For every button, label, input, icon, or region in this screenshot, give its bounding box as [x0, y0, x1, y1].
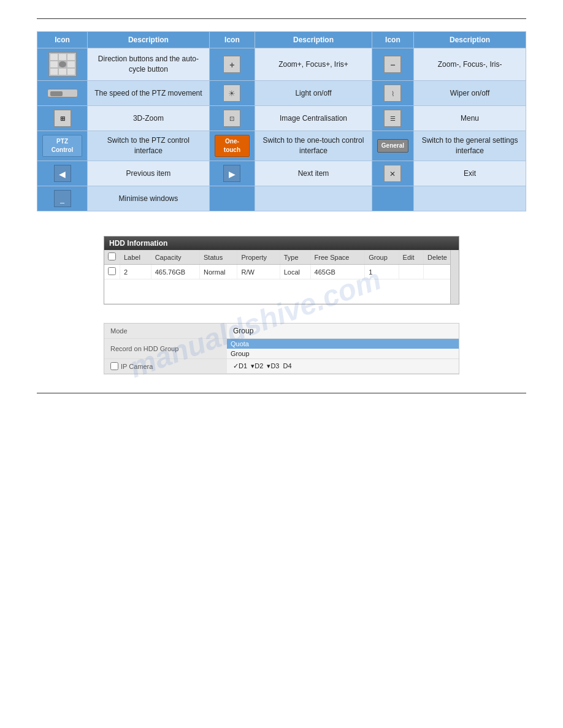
- icon-zoom-plus: +: [209, 48, 255, 81]
- icon-empty-1: [209, 186, 255, 211]
- camera-d4: D4: [283, 362, 292, 370]
- settings-camera-row: IP Camera ✓D1 ▾D2 ▾D3 D4: [104, 359, 459, 374]
- icon-wiper: ⌇: [372, 81, 413, 106]
- hdd-row-freespace: 465GB: [310, 265, 365, 279]
- icon-next[interactable]: ▶: [209, 161, 255, 186]
- col-header-desc3: Description: [414, 32, 526, 48]
- hdd-col-type: Type: [280, 250, 310, 265]
- desc-zoom-plus: Zoom+, Focus+, Iris+: [255, 48, 372, 81]
- desc-prev: Previous item: [88, 161, 210, 186]
- hdd-col-property: Property: [237, 250, 280, 265]
- bottom-rule: [37, 393, 526, 393]
- hdd-empty-row: [104, 279, 459, 304]
- hdd-col-freespace: Free Space: [310, 250, 365, 265]
- icon-menu: ☰: [372, 106, 413, 131]
- ptz-icon-table: Icon Description Icon Description Icon D…: [37, 31, 526, 211]
- hdd-row-status: Normal: [200, 265, 237, 279]
- icon-onetouch[interactable]: One-touch: [209, 131, 255, 161]
- hdd-title-bar: HDD Information: [104, 237, 459, 250]
- hdd-row: 2 465.76GB Normal R/W Local 465GB 1: [104, 265, 459, 279]
- desc-onetouch: Switch to the one-touch control interfac…: [255, 131, 372, 161]
- col-header-desc1: Description: [88, 32, 210, 48]
- hdd-col-checkbox: [104, 250, 120, 265]
- icon-zoom-minus: −: [372, 48, 413, 81]
- ip-camera-label: IP Camera: [121, 363, 153, 370]
- settings-mode-label: Mode: [104, 324, 227, 339]
- icon-3dzoom: ⊞: [37, 106, 88, 131]
- col-header-icon2: Icon: [209, 32, 255, 48]
- desc-zoom-minus: Zoom-, Focus-, Iris-: [414, 48, 526, 81]
- desc-empty-1: [255, 186, 372, 211]
- hdd-information-panel: HDD Information Label Capacity Status Pr…: [104, 236, 459, 305]
- settings-mode-value: Group: [227, 324, 459, 339]
- icon-empty-2: [372, 186, 413, 211]
- icon-ptz-control[interactable]: PTZ Control: [37, 131, 88, 161]
- icon-image-central: ⊡: [209, 106, 255, 131]
- desc-ptz-control: Switch to the PTZ control interface: [88, 131, 210, 161]
- desc-general: Switch to the general settings interface: [414, 131, 526, 161]
- icon-exit[interactable]: ✕: [372, 161, 413, 186]
- dropdown-option-quota[interactable]: Quota: [227, 339, 459, 349]
- hdd-row-property: R/W: [237, 265, 280, 279]
- settings-hdd-group-dropdown[interactable]: Quota Group: [227, 339, 459, 359]
- icon-minimise[interactable]: _: [37, 186, 88, 211]
- icon-general[interactable]: General: [372, 131, 413, 161]
- hdd-col-capacity: Capacity: [151, 250, 199, 265]
- hdd-row-label: 2: [120, 265, 151, 279]
- camera-d3: ▾D3: [267, 362, 279, 370]
- hdd-row-type: Local: [280, 265, 310, 279]
- desc-direction: Direction buttons and the auto-cycle but…: [88, 48, 210, 81]
- hdd-row-group: 1: [365, 265, 399, 279]
- desc-exit: Exit: [414, 161, 526, 186]
- icon-direction-grid: [37, 48, 88, 81]
- desc-3dzoom: 3D-Zoom: [88, 106, 210, 131]
- hdd-col-status: Status: [200, 250, 237, 265]
- dropdown-option-group[interactable]: Group: [227, 349, 459, 358]
- icon-prev[interactable]: ◀: [37, 161, 88, 186]
- camera-d1: ✓D1: [233, 362, 247, 370]
- settings-table: Mode Group Record on HDD Group Quota Gro…: [104, 324, 459, 374]
- col-header-icon1: Icon: [37, 32, 88, 48]
- desc-speed: The speed of the PTZ movement: [88, 81, 210, 106]
- settings-camera-label: IP Camera: [104, 359, 227, 374]
- desc-empty-2: [414, 186, 526, 211]
- hdd-col-label: Label: [120, 250, 151, 265]
- hdd-row-edit[interactable]: [399, 265, 424, 279]
- top-rule: [37, 18, 526, 19]
- hdd-row-capacity: 465.76GB: [151, 265, 199, 279]
- settings-hdd-group-row: Record on HDD Group Quota Group: [104, 339, 459, 359]
- settings-panel: Mode Group Record on HDD Group Quota Gro…: [104, 323, 459, 374]
- col-header-desc2: Description: [255, 32, 372, 48]
- hdd-scrollbar[interactable]: [450, 250, 459, 304]
- camera-d2: ▾D2: [251, 362, 263, 370]
- col-header-icon3: Icon: [372, 32, 413, 48]
- icon-light: ☀: [209, 81, 255, 106]
- desc-image-central: Image Centralisation: [255, 106, 372, 131]
- hdd-row-checkbox[interactable]: [108, 267, 116, 275]
- desc-next: Next item: [255, 161, 372, 186]
- desc-menu: Menu: [414, 106, 526, 131]
- settings-hdd-group-label: Record on HDD Group: [104, 339, 227, 359]
- settings-mode-row: Mode Group: [104, 324, 459, 339]
- hdd-col-edit: Edit: [399, 250, 424, 265]
- icon-speed-slider: [37, 81, 88, 106]
- hdd-row-checkbox-cell: [104, 265, 120, 279]
- desc-wiper: Wiper on/off: [414, 81, 526, 106]
- hdd-table: Label Capacity Status Property Type Free…: [104, 250, 459, 304]
- ip-camera-checkbox[interactable]: [110, 362, 118, 370]
- desc-light: Light on/off: [255, 81, 372, 106]
- hdd-select-all-checkbox[interactable]: [108, 252, 116, 260]
- settings-camera-values: ✓D1 ▾D2 ▾D3 D4: [227, 359, 459, 374]
- hdd-col-group: Group: [365, 250, 399, 265]
- desc-minimise: Minimise windows: [88, 186, 210, 211]
